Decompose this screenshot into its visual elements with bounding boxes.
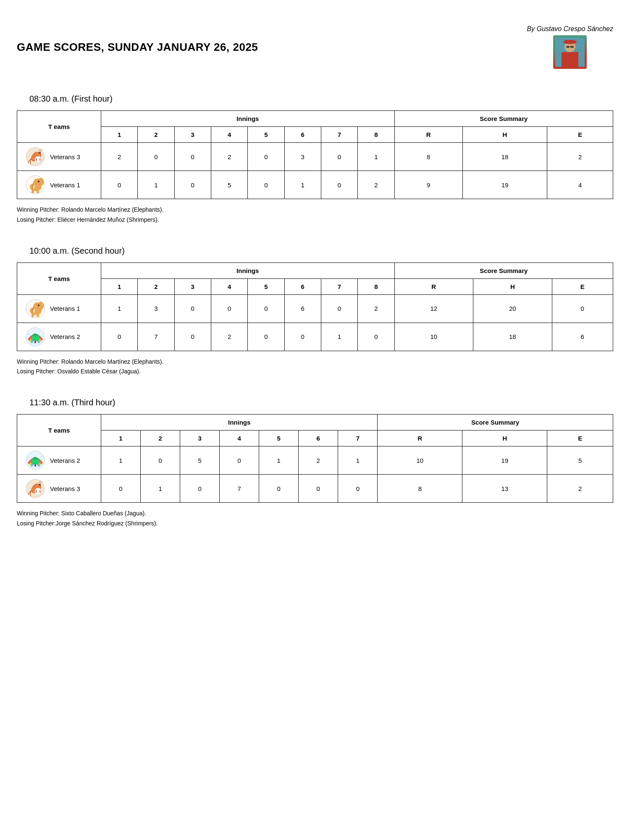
svg-rect-1 bbox=[562, 52, 578, 67]
summary-cell-e: 6 bbox=[552, 323, 613, 351]
table-row: Veterans 20702001010186 bbox=[17, 323, 613, 351]
inning-cell-3: 0 bbox=[174, 143, 211, 171]
inning-cell-1: 2 bbox=[101, 143, 138, 171]
score-table-1: T eamsInningsScore Summary12345678RHE Ve… bbox=[17, 110, 613, 199]
winning-pitcher: Winning Pitcher: Rolando Marcelo Martíne… bbox=[17, 357, 613, 367]
inning-cell-7: 1 bbox=[338, 446, 378, 475]
inning-cell-4: 2 bbox=[211, 143, 247, 171]
table-row: Veterans 3200203018182 bbox=[17, 143, 613, 171]
summary-cell-r: 10 bbox=[378, 446, 462, 475]
page-header: GAME SCORES, SUNDAY JANUARY 26, 2025 By … bbox=[17, 25, 613, 69]
summary-cell-e: 4 bbox=[547, 171, 613, 199]
summary-cell-r: 8 bbox=[394, 143, 462, 171]
inning-cell-6: 3 bbox=[284, 143, 321, 171]
inning-cell-4: 0 bbox=[211, 294, 247, 323]
team-cell-inner: Veterans 1 bbox=[21, 298, 97, 319]
team-cell-0: Veterans 3 bbox=[17, 143, 101, 171]
inning-cell-8: 0 bbox=[358, 323, 394, 351]
inning-cell-6: 2 bbox=[299, 446, 338, 475]
author-photo bbox=[553, 35, 587, 69]
inning-cell-3: 0 bbox=[180, 475, 220, 503]
winning-pitcher: Winning Pitcher: Rolando Marcelo Martíne… bbox=[17, 205, 613, 215]
svg-rect-5 bbox=[566, 46, 570, 48]
inning-cell-5: 1 bbox=[259, 446, 299, 475]
svg-rect-26 bbox=[37, 314, 39, 317]
summary-col-e: E bbox=[547, 127, 613, 143]
inning-cell-4: 2 bbox=[211, 323, 247, 351]
team-name: Veterans 2 bbox=[50, 333, 80, 340]
inning-num-2: 2 bbox=[141, 430, 180, 446]
table-header-row-2: 1234567RHE bbox=[17, 430, 613, 446]
elephants-logo bbox=[25, 174, 46, 195]
inning-cell-1: 1 bbox=[101, 294, 138, 323]
summary-cell-r: 10 bbox=[394, 323, 473, 351]
svg-point-40 bbox=[39, 484, 41, 486]
summary-cell-h: 19 bbox=[462, 446, 547, 475]
inning-cell-4: 0 bbox=[220, 446, 259, 475]
inning-num-8: 8 bbox=[358, 278, 394, 294]
svg-rect-25 bbox=[32, 314, 34, 317]
inning-cell-6: 0 bbox=[284, 323, 321, 351]
team-cell-inner: Veterans 3 bbox=[21, 478, 97, 499]
team-cell-inner: Veterans 2 bbox=[21, 326, 97, 347]
table-header-row-1: T eamsInningsScore Summary bbox=[17, 262, 613, 278]
team-cell-1: Veterans 1 bbox=[17, 171, 101, 199]
inning-cell-7: 0 bbox=[321, 294, 357, 323]
inning-cell-5: 0 bbox=[248, 323, 284, 351]
game-time-2: 10:00 a.m. (Second hour) bbox=[29, 246, 613, 256]
game-block-2: 10:00 a.m. (Second hour)T eamsInningsSco… bbox=[17, 246, 613, 377]
losing-pitcher: Losing Pitcher:Jorge Sánchez Rodríguez (… bbox=[17, 519, 613, 529]
innings-header: Innings bbox=[101, 111, 395, 127]
inning-cell-7: 0 bbox=[321, 171, 357, 199]
svg-point-24 bbox=[38, 304, 39, 306]
summary-cell-r: 8 bbox=[378, 475, 462, 503]
inning-num-5: 5 bbox=[248, 278, 284, 294]
team-cell-inner: Veterans 1 bbox=[21, 174, 97, 195]
inning-num-6: 6 bbox=[299, 430, 338, 446]
svg-point-17 bbox=[38, 181, 39, 182]
inning-num-4: 4 bbox=[220, 430, 259, 446]
summary-col-e: E bbox=[552, 278, 613, 294]
teams-col-header: T eams bbox=[17, 415, 101, 446]
inning-cell-6: 0 bbox=[299, 475, 338, 503]
summary-col-r: R bbox=[378, 430, 462, 446]
inning-num-5: 5 bbox=[259, 430, 299, 446]
table-row: Veterans 2105012110195 bbox=[17, 446, 613, 475]
svg-rect-6 bbox=[570, 46, 574, 48]
team-name: Veterans 3 bbox=[50, 153, 80, 160]
svg-point-12 bbox=[35, 156, 42, 163]
score-summary-header: Score Summary bbox=[394, 111, 613, 127]
inning-cell-3: 0 bbox=[174, 323, 211, 351]
team-cell-0: Veterans 1 bbox=[17, 294, 101, 323]
team-name: Veterans 3 bbox=[50, 485, 80, 492]
inning-cell-2: 1 bbox=[141, 475, 180, 503]
team-name: Veterans 1 bbox=[50, 181, 80, 189]
elephants-logo bbox=[25, 298, 46, 319]
pitcher-info: Winning Pitcher: Sixto Caballero Dueñas … bbox=[17, 509, 613, 529]
inning-num-7: 7 bbox=[321, 127, 357, 143]
score-table-3: T eamsInningsScore Summary1234567RHE Vet… bbox=[17, 414, 613, 503]
inning-num-2: 2 bbox=[138, 127, 174, 143]
inning-num-6: 6 bbox=[284, 278, 321, 294]
inning-num-1: 1 bbox=[101, 430, 141, 446]
inning-cell-1: 0 bbox=[101, 475, 141, 503]
inning-cell-2: 7 bbox=[138, 323, 174, 351]
jagua-logo bbox=[25, 326, 46, 347]
losing-pitcher: Losing Pitcher: Osvaldo Estable César (J… bbox=[17, 367, 613, 377]
inning-num-1: 1 bbox=[101, 127, 138, 143]
inning-cell-5: 0 bbox=[259, 475, 299, 503]
shrimpers-logo bbox=[25, 478, 46, 499]
table-header-row-2: 12345678RHE bbox=[17, 278, 613, 294]
pitcher-info: Winning Pitcher: Rolando Marcelo Martíne… bbox=[17, 205, 613, 225]
svg-point-36 bbox=[35, 459, 40, 464]
game-time-3: 11:30 a.m. (Third hour) bbox=[29, 398, 613, 407]
table-header-row-1: T eamsInningsScore Summary bbox=[17, 111, 613, 127]
author-photo-svg bbox=[555, 37, 585, 67]
svg-point-41 bbox=[35, 488, 42, 495]
teams-col-header: T eams bbox=[17, 111, 101, 143]
inning-num-5: 5 bbox=[248, 127, 284, 143]
summary-cell-r: 12 bbox=[394, 294, 473, 323]
table-row: Veterans 1010501029194 bbox=[17, 171, 613, 199]
inning-cell-2: 0 bbox=[138, 143, 174, 171]
inning-num-3: 3 bbox=[174, 127, 211, 143]
